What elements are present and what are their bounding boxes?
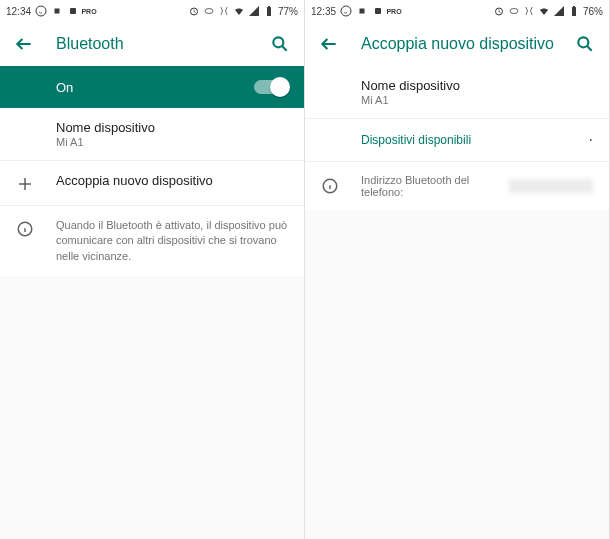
vpn-icon — [508, 5, 520, 17]
device-name-label: Nome dispositivo — [361, 78, 593, 93]
svg-rect-5 — [267, 7, 271, 16]
toggle-label: On — [56, 80, 254, 95]
ad-icon: PRO — [388, 5, 400, 17]
svg-rect-10 — [360, 9, 365, 14]
pair-label: Accoppia nuovo dispositivo — [56, 173, 288, 188]
device-name-row[interactable]: Nome dispositivo Mi A1 — [0, 108, 304, 161]
bt-address-row: Indirizzo Bluetooth del telefono: — [305, 162, 609, 210]
status-time: 12:34 — [6, 6, 31, 17]
wifi-icon — [538, 5, 550, 17]
wifi-icon — [233, 5, 245, 17]
svg-rect-15 — [573, 6, 575, 7]
back-button[interactable] — [315, 30, 343, 58]
svg-point-4 — [205, 9, 213, 14]
info-icon — [16, 218, 56, 238]
device-name-row[interactable]: Nome dispositivo Mi A1 — [305, 66, 609, 119]
vibrate-icon — [218, 5, 230, 17]
signal-icon — [553, 5, 565, 17]
device-name-value: Mi A1 — [56, 136, 288, 148]
pair-new-device-row[interactable]: Accoppia nuovo dispositivo — [0, 161, 304, 206]
status-time: 12:35 — [311, 6, 336, 17]
bt-address-label: Indirizzo Bluetooth del telefono: — [361, 174, 505, 198]
whatsapp-icon — [340, 5, 352, 17]
page-title: Bluetooth — [56, 35, 266, 53]
app-bar: Bluetooth — [0, 22, 304, 66]
alarm-icon — [493, 5, 505, 17]
svg-rect-6 — [268, 6, 270, 7]
notification-icon-2 — [372, 5, 384, 17]
info-row: Quando il Bluetooth è attivato, il dispo… — [0, 206, 304, 276]
vpn-icon — [203, 5, 215, 17]
svg-point-13 — [510, 9, 518, 14]
whatsapp-icon — [35, 5, 47, 17]
status-bar: 12:35 PRO 76% — [305, 0, 609, 22]
ad-icon: PRO — [83, 5, 95, 17]
toggle-switch[interactable] — [254, 80, 288, 94]
available-devices-header[interactable]: Dispositivi disponibili · — [305, 119, 609, 162]
info-text: Quando il Bluetooth è attivato, il dispo… — [56, 218, 288, 264]
svg-rect-14 — [572, 7, 576, 16]
alarm-icon — [188, 5, 200, 17]
plus-icon — [16, 173, 56, 193]
vibrate-icon — [523, 5, 535, 17]
app-bar: Accoppia nuovo dispositivo — [305, 22, 609, 66]
battery-percent: 76% — [583, 6, 603, 17]
svg-rect-11 — [375, 8, 381, 14]
bluetooth-toggle-row[interactable]: On — [0, 66, 304, 108]
signal-icon — [248, 5, 260, 17]
status-bar: 12:34 PRO 77% — [0, 0, 304, 22]
svg-rect-1 — [55, 9, 60, 14]
svg-point-7 — [273, 37, 283, 47]
screen-bluetooth: 12:34 PRO 77% Bluetooth On — [0, 0, 305, 539]
search-button[interactable] — [571, 30, 599, 58]
search-button[interactable] — [266, 30, 294, 58]
notification-icon-2 — [67, 5, 79, 17]
info-icon — [321, 177, 361, 195]
svg-point-0 — [36, 6, 46, 16]
device-name-label: Nome dispositivo — [56, 120, 288, 135]
battery-icon — [263, 5, 275, 17]
battery-icon — [568, 5, 580, 17]
battery-percent: 77% — [278, 6, 298, 17]
screen-pair-device: 12:35 PRO 76% Accoppia nuovo dispositivo — [305, 0, 610, 539]
notification-icon — [356, 5, 368, 17]
back-button[interactable] — [10, 30, 38, 58]
page-title: Accoppia nuovo dispositivo — [361, 35, 571, 53]
svg-point-16 — [578, 37, 588, 47]
svg-point-9 — [341, 6, 351, 16]
bt-address-value-redacted — [509, 179, 593, 193]
device-name-value: Mi A1 — [361, 94, 593, 106]
notification-icon — [51, 5, 63, 17]
chevron-icon: · — [589, 131, 593, 149]
section-header-label: Dispositivi disponibili — [361, 133, 589, 147]
svg-rect-2 — [70, 8, 76, 14]
